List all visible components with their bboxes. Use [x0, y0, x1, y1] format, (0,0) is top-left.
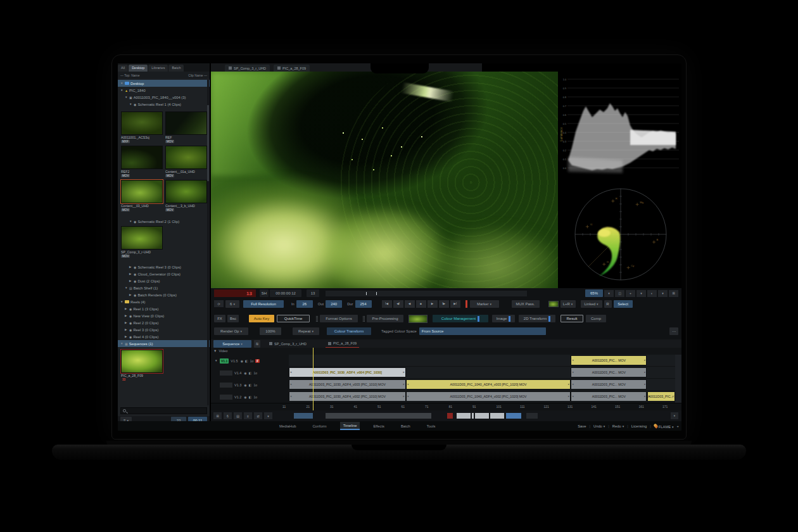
clip-preview-image[interactable]	[165, 146, 207, 169]
track-patch[interactable]	[220, 370, 232, 376]
track-lane[interactable]: A0011D03_PIC_1030_ADF4_v002 [PIC_1010] M…	[289, 391, 675, 403]
toolbar-icon[interactable]: 6	[224, 412, 232, 419]
workspace-tab-conform[interactable]: Conform	[309, 422, 329, 430]
toolbar-icon[interactable]: ⊞	[213, 412, 222, 419]
eye-icon[interactable]: ◉	[244, 395, 246, 399]
timeline-ruler[interactable]: 1121314151617181911011111211311411511611…	[211, 403, 681, 410]
tree-caret-icon[interactable]: ▶	[125, 321, 129, 324]
tree-item[interactable]: ▼Desktop	[118, 80, 210, 87]
tree-caret-icon[interactable]: ▼	[129, 103, 134, 106]
media-tab-libraries[interactable]: Libraries	[148, 65, 168, 72]
track-caret-icon[interactable]: ▼	[215, 359, 220, 362]
fx-button[interactable]: FX	[214, 315, 225, 322]
result-button[interactable]: Result	[560, 315, 583, 322]
tree-item[interactable]: ▶◉Dust (2 Clips)	[118, 277, 210, 284]
tree-caret-icon[interactable]: ▶	[125, 328, 129, 331]
tree-item[interactable]: ▶◉Cloud_Generator (0 Clips)	[118, 270, 210, 277]
transport-button[interactable]: ■	[416, 300, 426, 308]
clip-preview-image[interactable]	[165, 180, 207, 203]
toolbar-more-button[interactable]: ▾	[671, 412, 678, 419]
mute-icon[interactable]: ◧	[249, 383, 252, 387]
media-tab-all[interactable]: All	[118, 65, 128, 72]
clip-thumbnail[interactable]: Content__01a_UHDMOV	[165, 146, 207, 180]
toolbar-icon[interactable]: ⇄	[254, 412, 262, 419]
edit-mode-button[interactable]	[490, 413, 504, 419]
transport-button[interactable]: ◀I	[393, 300, 403, 308]
out-field[interactable]: 240	[326, 300, 342, 308]
solo-icon[interactable]: 1o	[250, 359, 254, 363]
media-scrollbar[interactable]	[207, 80, 209, 405]
auto-key-button[interactable]: Auto Key	[249, 315, 274, 322]
workspace-tab-batch[interactable]: Batch	[398, 422, 414, 430]
clip-preview-image[interactable]	[165, 111, 207, 135]
toolbar-icon[interactable]: ▤	[234, 412, 242, 419]
tree-caret-icon[interactable]: ▶	[125, 307, 129, 310]
workspace-tab-mediahub[interactable]: MediaHub	[276, 422, 299, 430]
tree-item[interactable]: ▼▣A0011003_PIC_1840__v004 (3)	[118, 94, 210, 101]
frames-field[interactable]: 13	[307, 289, 319, 297]
viewer-option-icon[interactable]: +	[626, 290, 635, 297]
viewer-zoom-field[interactable]: 65%	[585, 289, 603, 297]
solo-icon[interactable]: 1o	[253, 395, 257, 399]
appbar-add-button[interactable]: +	[677, 424, 679, 428]
colour-management-button[interactable]: Colour Management	[433, 315, 488, 322]
sort-clip-name[interactable]: Clip Name —	[188, 73, 207, 77]
tree-item[interactable]: ▶◉Reel 4 (0 Clips)	[118, 333, 210, 340]
video-group-row[interactable]: ▼ Video	[213, 348, 227, 354]
viewer-image[interactable]	[211, 72, 558, 288]
colour-transform-button[interactable]: Colour Transform	[327, 327, 371, 335]
format-options-button[interactable]: Format Options	[320, 315, 358, 322]
clip-thumbnail[interactable]: PIC_a_28_F0933	[121, 350, 163, 381]
clip-preview-image[interactable]	[121, 180, 163, 203]
tree-item[interactable]: ▼▤Batch Shelf (1)	[118, 284, 210, 291]
timeline-tab[interactable]: SP_Comp_3_r_UHD	[267, 340, 309, 348]
media-tab-desktop[interactable]: Desktop	[129, 65, 148, 72]
track-header[interactable]: V1.4◉◧1o	[211, 367, 289, 379]
tree-caret-icon[interactable]: ▼	[120, 82, 125, 85]
tree-caret-icon[interactable]: ▼	[120, 89, 125, 92]
loop-icon[interactable]: ⟳	[214, 300, 224, 307]
eye-icon[interactable]: ◉	[244, 371, 246, 375]
sequence-dropdown[interactable]: Sequence▾	[213, 340, 251, 348]
transport-button[interactable]: I▶	[439, 300, 449, 308]
fx-badge[interactable]: F	[255, 359, 260, 363]
in-field[interactable]: 26	[296, 300, 313, 308]
tree-item[interactable]: ▼Reels (4)	[118, 298, 210, 305]
timeline-segment[interactable]: A0011D03_PIC... MOV	[571, 391, 647, 402]
tree-item[interactable]: ▼◉Schematic Reel 2 (1 Clip)	[118, 218, 210, 225]
solo-icon[interactable]: 1o	[253, 371, 257, 375]
tree-item[interactable]: ▼◉Schematic Reel 1 (4 Clips)	[118, 101, 210, 108]
timeline-segment[interactable]: A0011D03_PIC_1040_ADF4_v002 [PIC_1020] M…	[406, 391, 571, 402]
linked-button[interactable]: Linked▾	[581, 300, 602, 308]
viewer-option-icon[interactable]: ⊞	[669, 290, 678, 297]
mute-icon[interactable]: ◧	[249, 395, 252, 399]
timeline-segment[interactable]: A0011D03_PIC... MOV	[571, 367, 647, 377]
edit-mode-button[interactable]	[457, 413, 471, 419]
viewer-option-icon[interactable]: ▾	[604, 290, 614, 297]
tree-item[interactable]: ▶◉Reel 2 (0 Clips)	[118, 319, 210, 326]
drag-grip-icon[interactable]	[316, 316, 318, 322]
toolbar-icon[interactable]: ▾	[264, 412, 272, 419]
more-button[interactable]: ⋯	[669, 327, 678, 335]
viewer-option-icon[interactable]: ▾	[658, 290, 668, 297]
clip-thumbnail[interactable]: REF2MOV	[121, 146, 163, 180]
track-header[interactable]: V1.2◉◧1o	[211, 391, 289, 403]
transport-button[interactable]: ◀	[405, 300, 415, 308]
tree-item[interactable]: ▶◉Batch Renders (0 Clips)	[118, 291, 210, 298]
clip-select-button[interactable]: 6▾	[225, 300, 239, 308]
workspace-tab-tools[interactable]: Tools	[424, 422, 439, 430]
tree-item[interactable]: ▼▦Sequences (1)	[118, 340, 210, 347]
eye-icon[interactable]: ◉	[244, 383, 246, 387]
clip-preview-image[interactable]	[121, 111, 163, 135]
track-patch[interactable]	[220, 395, 232, 400]
resolution-button[interactable]: Full Resolution	[243, 300, 284, 308]
r-button[interactable]: R	[604, 300, 612, 308]
clip-preview-image[interactable]	[121, 146, 163, 169]
clip-thumbnail[interactable]: Content__3_b_UHDMOV	[165, 180, 207, 214]
drag-grip-icon[interactable]	[363, 316, 365, 322]
tree-caret-icon[interactable]: ▼	[120, 342, 125, 345]
percent-field[interactable]: 100%	[260, 327, 281, 335]
track-lane[interactable]: A0011D03_PIC... MOV	[289, 355, 675, 367]
track-header[interactable]: V1.3◉◧1o	[211, 379, 289, 391]
active-edit-mode-button[interactable]	[506, 413, 521, 419]
